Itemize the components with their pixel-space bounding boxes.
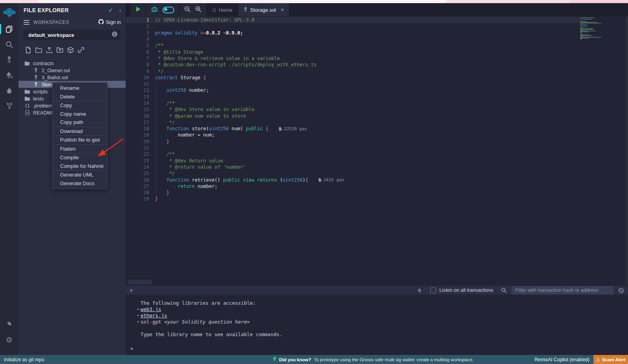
listen-checkbox[interactable] — [430, 288, 436, 293]
menu-item-generate-uml[interactable]: Generate UML — [53, 171, 107, 179]
file-row-contracts[interactable]: contracts — [18, 60, 126, 67]
close-icon[interactable]: × — [281, 7, 284, 13]
zoom-out-icon[interactable] — [184, 6, 191, 14]
menu-item-rename[interactable]: Rename — [53, 84, 107, 93]
browser-edge-strip — [0, 0, 628, 3]
chevron-double-down-icon[interactable]: » — [129, 289, 135, 291]
clear-block-icon[interactable] — [618, 288, 624, 293]
folder-open-icon — [24, 61, 30, 66]
terminal[interactable]: The following libraries are accessible:•… — [126, 295, 628, 355]
activity-bar-items — [0, 19, 18, 111]
minimap[interactable] — [580, 17, 602, 40]
search-icon[interactable] — [501, 288, 507, 293]
tab-storage-sol[interactable]: Storage.sol × — [238, 3, 290, 16]
line-text: * @title Storage — [149, 49, 203, 55]
line-text: number = num; — [149, 132, 215, 138]
terminal-link[interactable]: web3.js — [141, 306, 161, 312]
plugin-manager-icon[interactable] — [0, 318, 18, 328]
file-row-3-ballot-sol[interactable]: 3_Ballot.sol — [18, 74, 126, 81]
menu-item-publish-file-to-gist[interactable]: Publish file to gist — [53, 136, 107, 145]
menu-item-compile-for-nahmii[interactable]: Compile for Nahmii — [53, 162, 107, 171]
line-number: 9 — [126, 69, 149, 74]
file-row-2-owner-sol[interactable]: 2_Owner.sol — [18, 67, 126, 74]
transaction-filter-input[interactable] — [511, 286, 613, 295]
minimap-line — [580, 32, 582, 33]
zoom-group — [179, 3, 207, 16]
file-explorer-icon[interactable] — [0, 24, 18, 34]
scam-alert-button[interactable]: ⚠ Scam Alert — [593, 355, 628, 364]
tip-text: To prototype using the Gnosis safe multi… — [314, 357, 474, 362]
code-line-25: 25 */ — [126, 170, 580, 177]
settings-icon[interactable]: ⚙ — [0, 335, 18, 345]
terminal-link[interactable]: ethers.js — [141, 313, 167, 318]
tip-title: Did you know? — [279, 357, 311, 362]
link-icon[interactable] — [77, 46, 84, 53]
new-file-icon[interactable] — [24, 46, 31, 53]
terminal-prompt[interactable]: > — [130, 346, 133, 351]
line-number: 7 — [126, 56, 149, 61]
minimap-line — [580, 39, 581, 40]
line-text: // SPDX-License-Identifier: GPL-3.0 — [149, 17, 254, 23]
cube-icon[interactable] — [67, 46, 74, 53]
main-area: ⌂ Home Storage.sol × 1// SPDX-License-Id… — [126, 3, 628, 355]
solidity-compiler-icon[interactable] — [0, 55, 18, 65]
file-label: tests — [33, 96, 44, 102]
activity-bar: ⚙ — [0, 3, 19, 355]
line-text: * @return value of 'number' — [149, 164, 246, 170]
git-icon[interactable] — [0, 100, 18, 111]
upload-file-icon[interactable] — [46, 46, 53, 53]
vertical-scrollbar[interactable] — [625, 16, 628, 285]
line-text: /** — [149, 100, 175, 106]
code-line-5: 5/** — [126, 42, 580, 49]
menu-item-copy-name[interactable]: Copy name — [53, 110, 107, 118]
terminal-output: The following libraries are accessible:•… — [126, 295, 628, 338]
new-folder-icon[interactable] — [35, 46, 42, 53]
deploy-run-icon[interactable] — [0, 70, 18, 80]
horizontal-scrollbar-thumb[interactable] — [128, 280, 152, 284]
line-number: 8 — [126, 62, 149, 67]
minimap-line — [580, 24, 587, 25]
code-line-17: 17 */ — [126, 119, 580, 126]
line-text: * @param num value to store — [149, 113, 246, 119]
menu-item-copy-path[interactable]: Copy path — [53, 118, 107, 127]
home-icon: ⌂ — [212, 6, 216, 13]
browser-edge-highlight — [38, 0, 447, 3]
git-init-button[interactable]: Initialize as git repo — [4, 357, 44, 362]
scam-alert-label: Scam Alert — [602, 357, 626, 362]
menu-item-download[interactable]: Download — [53, 127, 107, 136]
menu-item-generate-docs[interactable]: Generate Docs — [53, 179, 107, 188]
terminal-line: Type the library name to see available c… — [126, 331, 628, 338]
code-line-8: 8 * @custom:dev-run-script ./scripts/dep… — [126, 62, 580, 68]
check-icon[interactable]: ✓ — [108, 7, 113, 13]
menu-item-compile[interactable]: Compile — [53, 153, 107, 162]
transaction-count-badge: 0 — [418, 288, 421, 293]
search-icon[interactable] — [0, 39, 18, 49]
warning-icon: ⚠ — [596, 357, 600, 362]
tab-home[interactable]: ⌂ Home — [207, 3, 238, 16]
code-editor[interactable]: 1// SPDX-License-Identifier: GPL-3.023pr… — [126, 16, 628, 285]
workspaces-label: WORKSPACES — [33, 20, 98, 25]
code-line-24: 24 * @return value of 'number' — [126, 164, 580, 170]
menu-item-copy[interactable]: Copy — [53, 101, 107, 110]
zoom-in-icon[interactable] — [195, 6, 202, 14]
copilot-status[interactable]: RemixAI Copilot (enabled) — [535, 357, 590, 362]
line-number: 27 — [126, 184, 149, 189]
line-text: } — [149, 139, 169, 144]
hamburger-menu-icon[interactable] — [24, 20, 29, 25]
line-number: 22 — [126, 151, 149, 157]
line-text: * @custom:dev-run-script ./scripts/deplo… — [149, 62, 317, 67]
terminal-line: The following libraries are accessible: — [126, 300, 628, 306]
run-script-button[interactable] — [135, 6, 141, 14]
workspace-select[interactable]: default_workspace — [24, 30, 120, 40]
menu-item-delete[interactable]: Delete — [53, 93, 107, 102]
ai-robot-icon[interactable] — [151, 6, 158, 14]
file-icon — [24, 110, 30, 115]
code-line-3: 3pragma solidity >=0.8.2 <0.9.0; — [126, 30, 580, 36]
copilot-toggle[interactable] — [162, 7, 174, 13]
debugger-icon[interactable] — [0, 85, 18, 95]
menu-item-flatten[interactable]: Flatten — [53, 145, 107, 154]
terminal-line: •sol-gpt <your Solidity question here> — [126, 319, 628, 325]
sign-in-button[interactable]: Sign in — [98, 19, 121, 26]
upload-folder-icon[interactable] — [56, 46, 63, 53]
chevron-right-icon[interactable]: › — [119, 7, 121, 13]
